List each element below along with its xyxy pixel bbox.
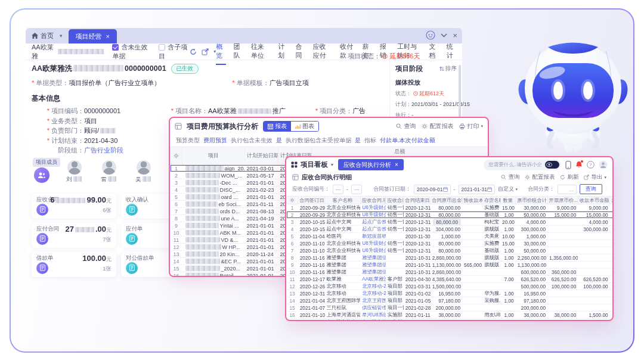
filter-value[interactable]: 费用预算 [203,136,227,145]
refresh-action[interactable]: 刷新 [560,173,578,181]
collapse-icon[interactable] [441,33,447,38]
col-合同结束日期[interactable]: 合同结束日期 [404,197,431,204]
export-action[interactable]: 导出 ▾ [584,173,606,181]
col-数量[interactable]: 数量 [500,197,516,204]
config-report-action[interactable]: 配置报表 [525,173,555,181]
view-table-button[interactable]: 报表 [264,122,291,131]
col-应收合同.部...[interactable]: 应收合同.部... [386,197,404,204]
table-row[interactable]: 62020-11-10北京企业科技有限公司U8升级财企公司销售一部2020-12… [287,240,614,247]
project-link[interactable]: 北京移动-2021 [362,283,386,289]
project-link[interactable]: 雅望集团信息化 [362,262,386,267]
col-预收款本币...[interactable]: 预收款本币... [462,197,482,204]
col-start-date[interactable]: 计划开始日期 [245,147,278,165]
col-project[interactable]: 项目 [182,147,245,165]
project-link[interactable]: U8升级财企公司 [362,240,386,246]
col-合同原币总金额[interactable]: 合同原币总金额 [431,197,462,204]
project-link[interactable]: 供应链管理咨询 [362,304,386,310]
tab-home[interactable]: 首页 ▾ [26,28,69,43]
table-row[interactable]: 122020-12-26北京移动北京移动-2021项目部2021-03-311,… [287,283,614,290]
close-tab-icon[interactable]: × [106,33,110,40]
table-row[interactable]: 102020-11-16雅望集团雅望集团信息化2021-10-312,860,0… [287,269,614,276]
table-row[interactable]: 132020-12-31北京移动北京移动-2021项目部2021-01-0216… [287,290,614,297]
col-合同签订日期[interactable]: 合同签订日期 [298,197,325,204]
table-row[interactable]: 172021-01-10中国珠宝协会中国珠宝协会-L销售部2021-01-115… [287,319,614,322]
close-tab-icon[interactable]: × [395,161,398,168]
table-row[interactable]: 72020-11-10北京企业科技有限公司U8升级财企公司销售一部2020-12… [287,247,614,254]
col-应收合同.项...[interactable]: 应收合同.项... [360,197,386,204]
project-link[interactable]: 新冠疫苗研发室 [362,233,386,239]
project-link[interactable]: 雅望集团信息化 [362,254,386,260]
search-action[interactable]: 查询 [396,122,416,130]
sort-button[interactable]: 排序 [439,65,457,73]
category-input[interactable]: ... [558,185,577,194]
col-未收款本币价...[interactable]: 未收款本币价... [610,197,614,204]
project-link[interactable]: 中国珠宝协会-L [362,319,386,321]
table-row[interactable]: 92020-11-16雅望集团雅望集团信息化2021-10-311,130,00… [287,262,614,269]
export-icon[interactable] [202,48,209,55]
table-row[interactable]: 12020-09-29北京企业科技有限公司U8升级财企公司销售一部2020-12… [287,204,614,211]
filter-value[interactable]: 付款单.本次付款金额 [380,136,435,145]
project-link[interactable]: 北京王府国际学 [362,297,386,303]
project-link[interactable]: 起点广告投放（ [362,226,386,232]
col-存货名称[interactable]: 存货名称 [482,197,500,204]
chk-inactive-docs[interactable]: 含未生效单据 [112,43,151,61]
table-row[interactable]: 142021-01-04北京王府国际学校北京王府国际学项目部2021-01-05… [287,297,614,304]
filter-value[interactable]: 是 [355,136,361,145]
notification-bell-icon[interactable] [575,161,583,169]
date-to-input[interactable]: 2021-01-31 [459,185,495,194]
project-link[interactable]: 雅望集团信息化 [362,269,386,275]
member[interactable]: 刘 [63,160,86,183]
view-chart-button[interactable]: 图表 [291,122,318,131]
stat-card-借款单[interactable]: 借款单100.00元1张 [32,252,116,277]
table-row[interactable]: 82020-11-16雅望集团雅望集团信息化2021-10-312,860,00… [287,254,614,262]
project-selector[interactable]: AA欧莱雅 [32,43,105,61]
table-row[interactable]: 42020-10-15起点中文网起点广告投放（销售一部2020-12-31304… [287,226,614,233]
tab-project-active[interactable]: 项目经营 × [69,29,117,43]
col-客户名称[interactable]: 客户名称 [325,197,361,204]
close-window-icon[interactable]: × [453,31,457,40]
members-button[interactable] [34,167,49,183]
gear-column-header[interactable] [171,147,182,165]
project-link[interactable]: U8升级财企公司 [362,211,386,217]
chk-sub-projects[interactable]: 含子项目 [159,43,187,61]
project-link[interactable]: U8升级财企公司 [362,204,386,210]
print-action[interactable]: 打印 ▾ [459,122,483,130]
field-value[interactable]: 广告行业阶段 [84,145,123,155]
col-原币价税合计[interactable]: 原币价税合计 [516,197,547,204]
tab-receivable-analysis[interactable]: 应收合同执行分析 × [338,159,404,170]
mobile-icon[interactable] [565,161,571,169]
project-link[interactable]: 北京移动-2021 [362,290,386,296]
filter-value[interactable]: 是 [276,136,282,145]
chevron-down-icon[interactable]: ▾ [60,33,63,39]
assistant-icon[interactable] [426,30,435,40]
table-row[interactable]: 22020-09-29北京企业科技有限公司U8升级财企公司销售一部2020-12… [287,211,614,219]
project-link[interactable]: 起点广告投放（ [362,219,386,225]
contract-no-from-input[interactable]: --- [333,185,343,194]
search-action[interactable]: 查询 [501,173,519,181]
project-link[interactable]: U8升级财企公司 [362,247,386,253]
stat-card-应付合同[interactable]: 应付合同27.00元7张 [32,223,116,248]
table-row[interactable]: 152021-01-07三只松鼠供应链管理咨询项目一部2021-02-28200… [287,304,614,312]
col-收款本币金额[interactable]: 收款本币金额 [578,197,609,204]
project-link[interactable]: AA欧莱雅洗发-上 [362,276,386,282]
table-row[interactable]: 162021-01-10上海星河酒店管理有限...星河U8系统采购实施部2021… [287,312,614,319]
avatar[interactable] [599,160,608,169]
gear-column-header[interactable] [287,197,298,204]
col-开票原币价...[interactable]: 开票原币价... [547,197,578,204]
search-button[interactable]: 查询 [580,184,602,194]
date-from-input[interactable]: 2020-09-01 [414,185,450,194]
table-row[interactable]: 32020-10-15起点中文网起点广告投放（销售一部2020-12-3180,… [287,219,614,226]
member[interactable]: 雷 [97,160,121,183]
stat-card-应收合同[interactable]: 应收合同699.00元6张 [32,194,116,219]
assistant-search[interactable]: 您需要什么..请告诉小企 [484,160,561,170]
board-menu[interactable]: 项目看板 ▾ [291,160,333,169]
table-row[interactable]: 52020-11-04哈医药新冠疫苗研发室2020-11-301,000.00天… [287,233,614,240]
assistant-toggle[interactable] [545,161,559,169]
table-row[interactable]: 112020-12-17欧莱雅AA欧莱雅洗发-上客户部2021-04-304,3… [287,276,614,283]
project-link[interactable]: 星河U8系统采购 [362,312,386,318]
refresh-icon[interactable] [190,48,197,55]
contract-no-to-input[interactable]: --- [351,185,362,194]
field-value[interactable]: 顾问/ [84,126,117,136]
date-range-preset[interactable]: 自定义 ▾ [498,185,518,193]
expand-filters-icon[interactable] [605,188,606,191]
